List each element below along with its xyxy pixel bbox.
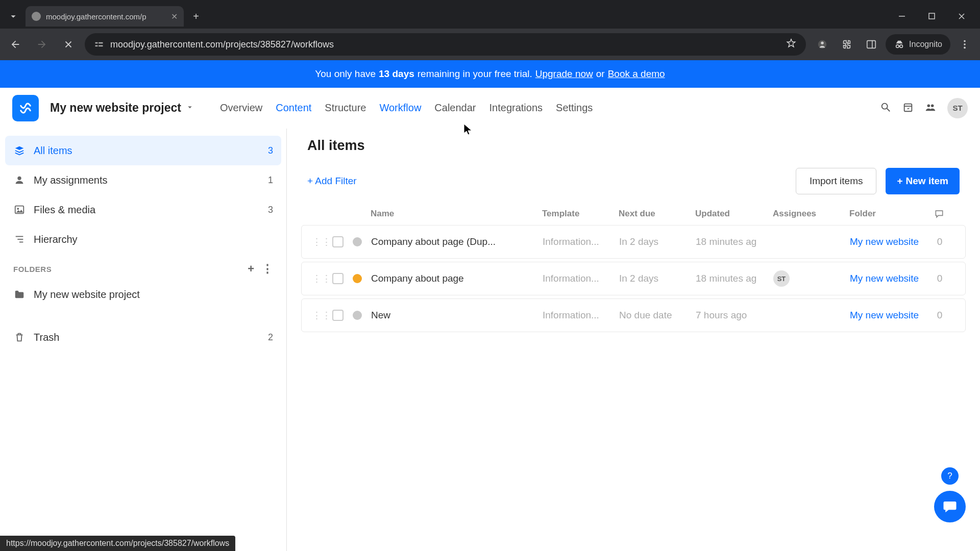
browser-chrome: moodjoy.gathercontent.com/p ✕ + moodjoy.…: [0, 0, 980, 60]
forward-button[interactable]: [32, 34, 52, 55]
url-text: moodjoy.gathercontent.com/projects/38582…: [110, 39, 334, 50]
svg-line-17: [887, 108, 890, 111]
table-row[interactable]: ⋮⋮ Company about page (Dup... Informatio…: [301, 225, 966, 259]
new-item-button[interactable]: + New item: [886, 168, 960, 194]
svg-point-24: [17, 208, 19, 210]
app-logo[interactable]: [12, 95, 39, 121]
book-demo-link[interactable]: Book a demo: [608, 68, 665, 80]
image-icon: [13, 204, 26, 216]
col-assignees[interactable]: Assignees: [773, 209, 849, 219]
status-dot: [353, 274, 362, 283]
assignee-avatar[interactable]: ST: [773, 270, 790, 287]
item-folder[interactable]: My new website: [850, 236, 929, 247]
folder-more-icon[interactable]: ⋮: [262, 262, 274, 276]
help-button[interactable]: ?: [941, 467, 959, 485]
reload-stop-button[interactable]: [58, 34, 79, 55]
project-selector[interactable]: My new website project: [50, 101, 194, 115]
tab-settings[interactable]: Settings: [556, 102, 593, 114]
nav-tabs: OverviewContentStructureWorkflowCalendar…: [220, 102, 593, 114]
main-content: All items + Add Filter Import items + Ne…: [287, 129, 980, 551]
extensions-icon[interactable]: [837, 34, 857, 55]
drag-handle-icon[interactable]: ⋮⋮: [312, 237, 331, 247]
items-table: Name Template Next due Updated Assignees…: [301, 209, 966, 332]
drag-handle-icon[interactable]: ⋮⋮: [312, 310, 331, 321]
toolbar: + Add Filter Import items + New item: [301, 168, 966, 194]
browser-tab[interactable]: moodjoy.gathercontent.com/p ✕: [26, 6, 184, 27]
plus-icon: +: [897, 176, 902, 187]
trial-days: 13 days: [379, 68, 414, 80]
tab-search-dropdown[interactable]: [4, 7, 22, 26]
item-name[interactable]: New: [371, 310, 543, 321]
tab-integrations[interactable]: Integrations: [489, 102, 543, 114]
sidebar-item-all-items[interactable]: All items 3: [5, 136, 281, 165]
col-comments-icon[interactable]: [929, 209, 949, 219]
profile-icon[interactable]: [812, 34, 832, 55]
favicon-icon: [32, 12, 41, 21]
search-icon[interactable]: [880, 102, 891, 115]
tab-overview[interactable]: Overview: [220, 102, 262, 114]
item-name[interactable]: Company about page (Dup...: [371, 236, 543, 247]
import-items-button[interactable]: Import items: [796, 168, 877, 194]
col-folder[interactable]: Folder: [849, 209, 929, 219]
maximize-button[interactable]: [918, 6, 946, 27]
svg-rect-3: [99, 42, 103, 44]
col-template[interactable]: Template: [542, 209, 619, 219]
item-name[interactable]: Company about page: [371, 273, 543, 284]
tab-calendar[interactable]: Calendar: [434, 102, 476, 114]
item-comments: 0: [929, 236, 950, 247]
add-folder-button[interactable]: +: [248, 262, 254, 276]
browser-menu-icon[interactable]: [954, 34, 975, 55]
row-checkbox[interactable]: [332, 236, 344, 247]
svg-rect-0: [899, 16, 905, 17]
user-avatar[interactable]: ST: [947, 98, 968, 118]
item-assignees: ST: [773, 270, 850, 287]
item-folder[interactable]: My new website: [850, 310, 929, 321]
minimize-button[interactable]: [888, 6, 917, 27]
row-checkbox[interactable]: [332, 273, 344, 284]
item-due: In 2 days: [619, 273, 696, 284]
table-header: Name Template Next due Updated Assignees…: [301, 209, 966, 225]
item-due: No due date: [619, 310, 696, 321]
new-tab-button[interactable]: +: [187, 7, 205, 26]
drag-handle-icon[interactable]: ⋮⋮: [312, 273, 331, 284]
svg-rect-8: [867, 41, 876, 48]
tab-content[interactable]: Content: [276, 102, 311, 114]
svg-rect-5: [99, 45, 103, 47]
table-row[interactable]: ⋮⋮ Company about page Information... In …: [301, 262, 966, 295]
chevron-down-icon: [8, 11, 19, 22]
col-name[interactable]: Name: [371, 209, 542, 219]
sidepanel-icon[interactable]: [861, 34, 881, 55]
sidebar-folder[interactable]: My new website project: [5, 280, 281, 309]
row-checkbox[interactable]: [332, 310, 344, 321]
incognito-badge[interactable]: Incognito: [886, 34, 950, 55]
item-folder[interactable]: My new website: [850, 273, 929, 284]
people-icon[interactable]: [925, 102, 936, 115]
bookmark-star-icon[interactable]: [786, 38, 797, 52]
tab-bar: moodjoy.gathercontent.com/p ✕ +: [0, 0, 980, 29]
col-updated[interactable]: Updated: [695, 209, 773, 219]
sidebar-item-files[interactable]: Files & media 3: [5, 195, 281, 224]
svg-point-16: [882, 103, 888, 109]
trash-icon: [13, 331, 26, 343]
svg-point-14: [964, 43, 966, 45]
close-window-button[interactable]: [947, 6, 976, 27]
item-updated: 7 hours ago: [696, 310, 773, 321]
upgrade-link[interactable]: Upgrade now: [535, 68, 593, 80]
back-button[interactable]: [5, 34, 26, 55]
close-tab-icon[interactable]: ✕: [171, 12, 178, 21]
site-info-icon[interactable]: [94, 39, 104, 49]
table-row[interactable]: ⋮⋮ New Information... No due date 7 hour…: [301, 298, 966, 332]
chat-icon: [942, 499, 958, 514]
add-filter-button[interactable]: + Add Filter: [307, 176, 357, 187]
calendar-icon[interactable]: [902, 102, 914, 115]
page-title: All items: [301, 138, 966, 154]
sidebar-item-assignments[interactable]: My assignments 1: [5, 165, 281, 195]
item-comments: 0: [929, 273, 950, 284]
url-input[interactable]: moodjoy.gathercontent.com/projects/38582…: [85, 33, 806, 56]
col-due[interactable]: Next due: [619, 209, 695, 219]
sidebar-item-hierarchy[interactable]: Hierarchy: [5, 224, 281, 254]
tab-structure[interactable]: Structure: [325, 102, 366, 114]
tab-workflow[interactable]: Workflow: [379, 102, 421, 114]
chat-button[interactable]: [934, 491, 966, 522]
sidebar-item-trash[interactable]: Trash 2: [5, 322, 281, 352]
